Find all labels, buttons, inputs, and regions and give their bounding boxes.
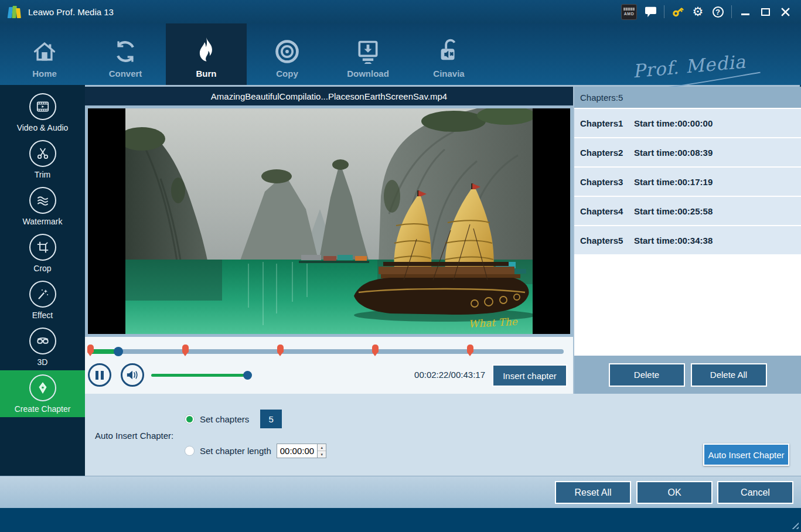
app-title: Leawo Prof. Media 13 [28,7,114,17]
floating-village [299,255,369,263]
chapter-length-spinner: 00:00:00 ▲ ▼ [277,444,326,458]
disc-icon [274,29,301,64]
chapter-start-time: Start time:00:25:58 [634,206,713,216]
insert-chapter-button[interactable]: Insert chapter [492,364,567,387]
delete-strip: Delete Delete All [574,356,801,394]
chapter-row[interactable]: Chapters2 Start time:00:08:39 [574,138,801,166]
app-logo-icon [8,5,22,18]
video-frame-art: What The [125,108,533,334]
volume-slider[interactable] [151,374,248,377]
chapter-row[interactable]: Chapters5 Start time:00:34:38 [574,226,801,254]
magic-wand-icon [29,281,56,308]
chapter-pen-icon [29,374,56,401]
burn-flame-icon [194,29,219,64]
pause-icon [96,371,104,380]
delete-all-button[interactable]: Delete All [691,363,767,387]
cancel-button[interactable]: Cancel [717,481,793,504]
sidebar-item-trim[interactable]: Trim [0,136,85,183]
video-player[interactable]: What The [88,108,570,334]
tab-download[interactable]: Download [328,23,408,85]
set-chapters-radio[interactable] [185,414,195,424]
download-icon [355,29,381,64]
delete-button[interactable]: Delete [609,363,685,387]
spin-down-button[interactable]: ▼ [318,451,326,458]
chapter-length-input[interactable]: 00:00:00 [277,444,317,458]
set-chapter-length-radio[interactable] [185,446,195,456]
feedback-bubble-icon[interactable] [644,5,657,18]
register-key-icon[interactable] [672,5,684,18]
chapter-marker[interactable] [467,345,473,353]
chapter-start-time: Start time:00:17:19 [634,177,713,187]
set-chapter-length-row: Set chapter length 00:00:00 ▲ ▼ [185,444,326,458]
chapters-empty-area [574,254,801,356]
titlebar: Leawo Prof. Media 13 AMD ⚙ ? [0,0,801,23]
titlebar-divider [664,5,664,18]
chapter-start-time: Start time:00:00:00 [634,118,713,128]
chapter-marker[interactable] [87,345,94,353]
status-footer [0,508,801,532]
film-strip-icon [29,93,56,120]
chapter-marker[interactable] [372,345,379,353]
speaker-icon [126,369,139,381]
3d-glasses-icon [29,328,56,354]
auto-insert-chapter-button[interactable]: Auto Insert Chapter [703,444,789,466]
chapter-start-time: Start time:00:08:39 [634,148,713,158]
sidebar-item-create-chapter[interactable]: Create Chapter [0,370,85,417]
sidebar-item-video-audio[interactable]: Video & Audio [0,89,85,136]
chapter-row[interactable]: Chapters1 Start time:00:00:00 [574,109,801,137]
scissors-icon [29,140,56,167]
tab-copy[interactable]: Copy [247,23,328,85]
chapter-name: Chapters4 [580,206,634,216]
sidebar-item-3d[interactable]: 3D [0,323,85,370]
sidebar-item-crop[interactable]: Crop [0,230,85,277]
playhead[interactable] [114,347,123,356]
chapter-row[interactable]: Chapters4 Start time:00:25:58 [574,197,801,225]
chapter-name: Chapters5 [580,236,634,245]
video-filename-bar: AmazingBeautifulCompilatio...PlacesonEar… [85,87,573,105]
titlebar-icons: AMD ⚙ ? [621,4,801,20]
auto-insert-section: Auto Insert Chapter: Set chapters 5 Set … [85,394,801,476]
chapter-marker[interactable] [277,345,284,353]
minimize-button[interactable] [739,5,752,18]
amd-badge-icon: AMD [621,4,637,20]
video-filename: AmazingBeautifulCompilatio...PlacesonEar… [211,91,447,101]
chapter-row[interactable]: Chapters3 Start time:00:17:19 [574,168,801,196]
titlebar-divider [731,5,732,18]
leawo-prof-media-window: { "window": { "title": "Leawo Prof. Medi… [0,0,801,532]
player-controls: 00:02:22/00:43:17 Insert chapter [85,337,573,394]
help-icon[interactable]: ? [711,5,724,18]
set-chapters-value[interactable]: 5 [260,410,282,428]
sidebar-item-effect[interactable]: Effect [0,277,85,323]
timeline-track[interactable] [89,349,564,354]
chapter-name: Chapters2 [580,148,634,158]
bottom-button-bar: Reset All OK Cancel [0,476,801,508]
close-button[interactable] [779,5,792,18]
volume-button[interactable] [121,363,144,387]
resize-grip[interactable] [790,520,799,529]
ok-button[interactable]: OK [636,481,713,504]
chapters-panel: Chapters:5 Chapters1 Start time:00:00:00… [574,87,801,394]
chapter-name: Chapters3 [580,177,634,187]
pause-button[interactable] [88,363,111,387]
sidebar-item-watermark[interactable]: Watermark [0,183,85,230]
set-chapters-row: Set chapters 5 [185,410,282,428]
tab-convert[interactable]: Convert [85,23,166,85]
cinavia-lock-mute-icon [435,29,462,64]
convert-arrows-icon [112,29,139,64]
tab-cinavia[interactable]: Cinavia [408,23,489,85]
chapter-marker[interactable] [182,345,189,353]
chapter-start-time: Start time:00:34:38 [634,236,713,245]
tab-burn[interactable]: Burn [166,23,247,85]
player-frame: What The [85,105,573,337]
auto-insert-label: Auto Insert Chapter: [95,431,173,441]
volume-knob[interactable] [243,371,252,380]
waves-icon [29,187,56,214]
sidebar: Video & Audio Trim Watermark Crop [0,85,85,476]
maximize-button[interactable] [759,5,772,18]
tab-home[interactable]: Home [4,23,85,85]
reset-all-button[interactable]: Reset All [555,481,631,504]
home-icon [31,29,58,64]
chapter-name: Chapters1 [580,118,634,128]
settings-gear-icon[interactable]: ⚙ [691,5,704,18]
spin-up-button[interactable]: ▲ [318,444,326,451]
